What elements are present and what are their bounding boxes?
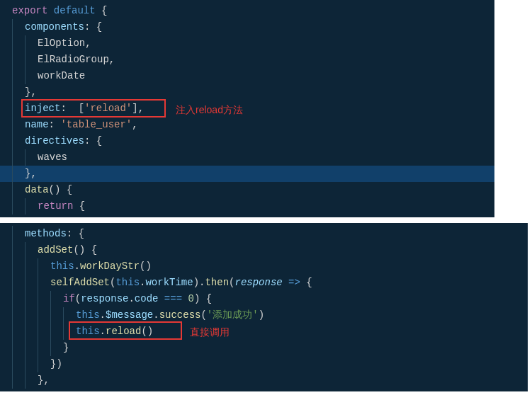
- code-line: },: [0, 372, 528, 389]
- code-line: data() {: [0, 182, 494, 198]
- code-line: },: [0, 84, 494, 101]
- code-line: this.$message.success('添加成功'): [0, 307, 528, 324]
- code-line: export default {: [0, 3, 494, 19]
- code-line: addSet() {: [0, 242, 528, 258]
- code-line: methods: {: [0, 226, 528, 242]
- code-line: name: 'table_user',: [0, 117, 494, 133]
- code-line: return {: [0, 198, 494, 214]
- code-line: ElRadioGroup,: [0, 52, 494, 68]
- annotation-reload: 直接调用: [190, 324, 230, 340]
- code-block-1: export default { components: { ElOption,…: [0, 0, 494, 217]
- code-line: inject: ['reload'],: [0, 101, 494, 117]
- code-line: selfAddSet(this.workTime).then(response …: [0, 275, 528, 291]
- code-line: ElOption,: [0, 35, 494, 52]
- code-line: this.reload(): [0, 324, 528, 340]
- code-line: directives: {: [0, 133, 494, 149]
- code-line: workDate: [0, 68, 494, 84]
- code-line: waves: [0, 149, 494, 166]
- code-line: components: {: [0, 19, 494, 35]
- code-line: }: [0, 340, 528, 356]
- code-line-highlighted: },: [0, 166, 494, 182]
- code-block-2: methods: { addSet() { this.workDayStr() …: [0, 223, 528, 391]
- code-line: this.workDayStr(): [0, 258, 528, 275]
- code-line: if(response.code === 0) {: [0, 291, 528, 307]
- code-line: }): [0, 356, 528, 372]
- annotation-inject: 注入reload方法: [176, 102, 243, 118]
